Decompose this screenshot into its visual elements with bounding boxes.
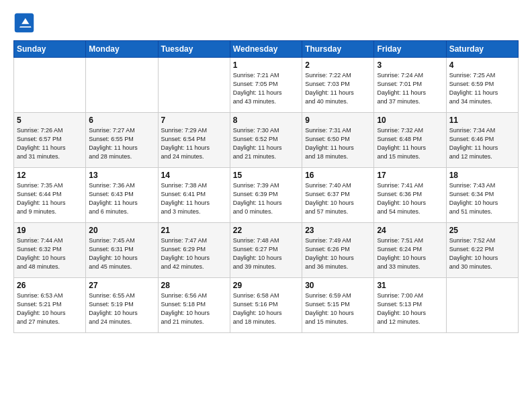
day-cell: 9Sunrise: 7:31 AM Sunset: 6:50 PM Daylig… xyxy=(302,113,374,168)
day-info: Sunrise: 7:44 AM Sunset: 6:32 PM Dayligh… xyxy=(17,236,83,271)
day-cell: 27Sunrise: 6:55 AM Sunset: 5:19 PM Dayli… xyxy=(86,278,158,333)
day-number: 13 xyxy=(89,171,154,180)
day-number: 15 xyxy=(233,171,299,180)
day-cell: 17Sunrise: 7:41 AM Sunset: 6:36 PM Dayli… xyxy=(374,168,446,223)
day-number: 4 xyxy=(449,60,515,70)
day-cell: 1Sunrise: 7:21 AM Sunset: 7:05 PM Daylig… xyxy=(230,58,302,113)
page: SundayMondayTuesdayWednesdayThursdayFrid… xyxy=(0,0,532,411)
day-number: 30 xyxy=(305,281,371,290)
day-cell xyxy=(446,278,518,333)
header xyxy=(13,12,519,34)
day-info: Sunrise: 7:45 AM Sunset: 6:31 PM Dayligh… xyxy=(89,236,154,271)
day-cell: 13Sunrise: 7:36 AM Sunset: 6:43 PM Dayli… xyxy=(86,168,158,223)
day-cell: 26Sunrise: 6:53 AM Sunset: 5:21 PM Dayli… xyxy=(14,278,86,333)
day-number: 23 xyxy=(305,226,371,235)
day-info: Sunrise: 7:48 AM Sunset: 6:27 PM Dayligh… xyxy=(233,236,299,271)
day-info: Sunrise: 7:51 AM Sunset: 6:24 PM Dayligh… xyxy=(377,236,443,271)
day-info: Sunrise: 7:25 AM Sunset: 6:59 PM Dayligh… xyxy=(449,71,515,106)
day-number: 25 xyxy=(449,226,515,235)
day-number: 5 xyxy=(17,116,83,125)
day-number: 16 xyxy=(305,171,371,180)
day-info: Sunrise: 7:38 AM Sunset: 6:41 PM Dayligh… xyxy=(161,181,227,216)
day-info: Sunrise: 7:34 AM Sunset: 6:46 PM Dayligh… xyxy=(449,126,515,161)
week-row-1: 5Sunrise: 7:26 AM Sunset: 6:57 PM Daylig… xyxy=(14,113,519,168)
day-number: 22 xyxy=(233,226,299,235)
calendar-table: SundayMondayTuesdayWednesdayThursdayFrid… xyxy=(13,40,519,333)
day-cell: 11Sunrise: 7:34 AM Sunset: 6:46 PM Dayli… xyxy=(446,113,518,168)
day-info: Sunrise: 7:32 AM Sunset: 6:48 PM Dayligh… xyxy=(377,126,443,161)
day-number: 2 xyxy=(305,60,371,70)
day-number: 6 xyxy=(89,116,154,125)
day-cell: 25Sunrise: 7:52 AM Sunset: 6:22 PM Dayli… xyxy=(446,223,518,278)
day-cell xyxy=(86,58,158,113)
day-number: 10 xyxy=(377,116,443,125)
day-info: Sunrise: 7:35 AM Sunset: 6:44 PM Dayligh… xyxy=(17,181,83,216)
day-number: 9 xyxy=(305,116,371,125)
day-info: Sunrise: 7:26 AM Sunset: 6:57 PM Dayligh… xyxy=(17,126,83,161)
day-number: 27 xyxy=(89,281,154,290)
day-cell: 8Sunrise: 7:30 AM Sunset: 6:52 PM Daylig… xyxy=(230,113,302,168)
day-cell: 28Sunrise: 6:56 AM Sunset: 5:18 PM Dayli… xyxy=(158,278,230,333)
day-number: 3 xyxy=(377,60,443,70)
day-number: 12 xyxy=(17,171,83,180)
week-row-4: 26Sunrise: 6:53 AM Sunset: 5:21 PM Dayli… xyxy=(14,278,519,333)
day-cell xyxy=(158,58,230,113)
day-cell xyxy=(14,58,86,113)
day-info: Sunrise: 6:53 AM Sunset: 5:21 PM Dayligh… xyxy=(17,291,83,326)
day-number: 20 xyxy=(89,226,154,235)
day-info: Sunrise: 7:49 AM Sunset: 6:26 PM Dayligh… xyxy=(305,236,371,271)
day-cell: 7Sunrise: 7:29 AM Sunset: 6:54 PM Daylig… xyxy=(158,113,230,168)
day-info: Sunrise: 7:21 AM Sunset: 7:05 PM Dayligh… xyxy=(233,71,299,106)
day-cell: 16Sunrise: 7:40 AM Sunset: 6:37 PM Dayli… xyxy=(302,168,374,223)
day-cell: 20Sunrise: 7:45 AM Sunset: 6:31 PM Dayli… xyxy=(86,223,158,278)
weekday-header-monday: Monday xyxy=(86,41,158,58)
day-cell: 4Sunrise: 7:25 AM Sunset: 6:59 PM Daylig… xyxy=(446,58,518,113)
day-cell: 12Sunrise: 7:35 AM Sunset: 6:44 PM Dayli… xyxy=(14,168,86,223)
day-number: 18 xyxy=(449,171,515,180)
day-cell: 15Sunrise: 7:39 AM Sunset: 6:39 PM Dayli… xyxy=(230,168,302,223)
day-number: 11 xyxy=(449,116,515,125)
day-info: Sunrise: 7:41 AM Sunset: 6:36 PM Dayligh… xyxy=(377,181,443,216)
day-cell: 6Sunrise: 7:27 AM Sunset: 6:55 PM Daylig… xyxy=(86,113,158,168)
weekday-header-wednesday: Wednesday xyxy=(230,41,302,58)
day-number: 29 xyxy=(233,281,299,290)
logo-icon xyxy=(13,12,35,34)
day-info: Sunrise: 7:29 AM Sunset: 6:54 PM Dayligh… xyxy=(161,126,227,161)
day-number: 7 xyxy=(161,116,227,125)
weekday-header-friday: Friday xyxy=(374,41,446,58)
week-row-3: 19Sunrise: 7:44 AM Sunset: 6:32 PM Dayli… xyxy=(14,223,519,278)
day-number: 21 xyxy=(161,226,227,235)
day-number: 1 xyxy=(233,60,299,70)
weekday-header-row: SundayMondayTuesdayWednesdayThursdayFrid… xyxy=(14,41,519,58)
day-info: Sunrise: 6:56 AM Sunset: 5:18 PM Dayligh… xyxy=(161,291,227,326)
week-row-0: 1Sunrise: 7:21 AM Sunset: 7:05 PM Daylig… xyxy=(14,58,519,113)
day-info: Sunrise: 7:40 AM Sunset: 6:37 PM Dayligh… xyxy=(305,181,371,216)
day-number: 8 xyxy=(233,116,299,125)
day-number: 31 xyxy=(377,281,443,290)
day-cell: 2Sunrise: 7:22 AM Sunset: 7:03 PM Daylig… xyxy=(302,58,374,113)
svg-rect-2 xyxy=(18,24,30,27)
day-info: Sunrise: 7:47 AM Sunset: 6:29 PM Dayligh… xyxy=(161,236,227,271)
day-info: Sunrise: 7:24 AM Sunset: 7:01 PM Dayligh… xyxy=(377,71,443,106)
day-number: 17 xyxy=(377,171,443,180)
day-info: Sunrise: 7:00 AM Sunset: 5:13 PM Dayligh… xyxy=(377,291,443,326)
day-info: Sunrise: 7:39 AM Sunset: 6:39 PM Dayligh… xyxy=(233,181,299,216)
day-info: Sunrise: 7:30 AM Sunset: 6:52 PM Dayligh… xyxy=(233,126,299,161)
day-info: Sunrise: 7:27 AM Sunset: 6:55 PM Dayligh… xyxy=(89,126,154,161)
day-number: 24 xyxy=(377,226,443,235)
day-cell: 29Sunrise: 6:58 AM Sunset: 5:16 PM Dayli… xyxy=(230,278,302,333)
day-cell: 31Sunrise: 7:00 AM Sunset: 5:13 PM Dayli… xyxy=(374,278,446,333)
week-row-2: 12Sunrise: 7:35 AM Sunset: 6:44 PM Dayli… xyxy=(14,168,519,223)
day-info: Sunrise: 7:36 AM Sunset: 6:43 PM Dayligh… xyxy=(89,181,154,216)
weekday-header-tuesday: Tuesday xyxy=(158,41,230,58)
day-info: Sunrise: 7:22 AM Sunset: 7:03 PM Dayligh… xyxy=(305,71,371,106)
day-cell: 23Sunrise: 7:49 AM Sunset: 6:26 PM Dayli… xyxy=(302,223,374,278)
day-info: Sunrise: 6:59 AM Sunset: 5:15 PM Dayligh… xyxy=(305,291,371,326)
day-cell: 19Sunrise: 7:44 AM Sunset: 6:32 PM Dayli… xyxy=(14,223,86,278)
day-cell: 30Sunrise: 6:59 AM Sunset: 5:15 PM Dayli… xyxy=(302,278,374,333)
day-cell: 24Sunrise: 7:51 AM Sunset: 6:24 PM Dayli… xyxy=(374,223,446,278)
day-info: Sunrise: 6:58 AM Sunset: 5:16 PM Dayligh… xyxy=(233,291,299,326)
weekday-header-saturday: Saturday xyxy=(446,41,518,58)
day-cell: 18Sunrise: 7:43 AM Sunset: 6:34 PM Dayli… xyxy=(446,168,518,223)
day-number: 19 xyxy=(17,226,83,235)
